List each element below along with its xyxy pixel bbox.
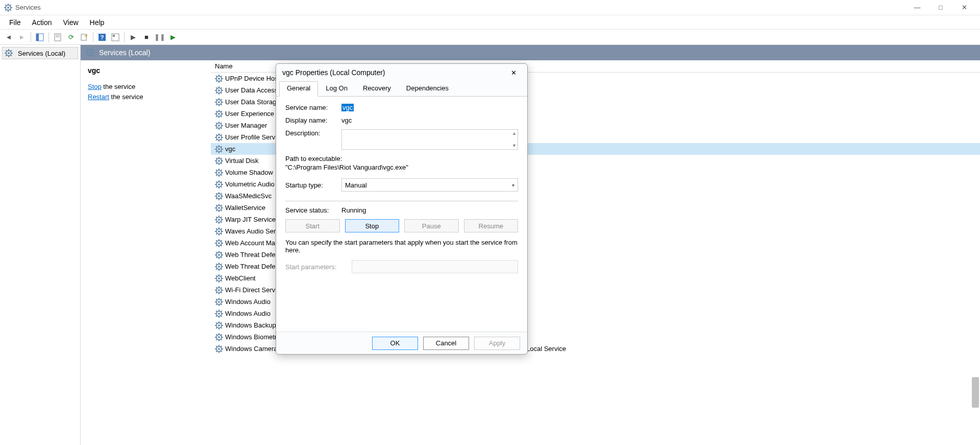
ok-button[interactable]: OK (372, 337, 418, 350)
gear-icon (215, 157, 223, 165)
divider (285, 201, 518, 201)
tab-general[interactable]: General (279, 81, 318, 97)
back-button[interactable]: ◄ (3, 32, 14, 43)
label-startup-type: Startup type: (285, 181, 341, 189)
right-pane: Services (Local) vgc Stop the service Re… (81, 45, 980, 445)
svg-rect-19 (113, 35, 115, 37)
dialog-body: Service name: vgc Display name: vgc Desc… (276, 97, 527, 332)
menu-action[interactable]: Action (27, 17, 57, 28)
stop-suffix: the service (102, 83, 135, 90)
start-service-button[interactable]: ▶ (128, 32, 139, 43)
gear-icon (215, 75, 223, 83)
value-display-name: vgc (341, 116, 352, 124)
stop-button[interactable]: Stop (345, 219, 400, 232)
description-box[interactable]: ▲ ▼ (341, 129, 518, 150)
export-button[interactable] (79, 32, 90, 43)
start-params-input (352, 260, 518, 273)
gear-icon (215, 333, 223, 341)
show-console-button[interactable] (110, 32, 121, 43)
gear-icon (215, 227, 223, 236)
tab-logon[interactable]: Log On (318, 81, 355, 96)
app-icon (4, 4, 12, 12)
scroll-up-icon[interactable]: ▲ (512, 131, 517, 136)
svg-rect-11 (36, 34, 39, 41)
gear-icon (215, 345, 223, 353)
gear-icon (215, 86, 223, 95)
label-display-name: Display name: (285, 116, 341, 124)
minimize-button[interactable]: — (905, 0, 929, 15)
help-button[interactable]: ? (96, 32, 108, 43)
svg-rect-12 (55, 34, 61, 41)
start-button[interactable]: Start (285, 219, 340, 232)
forward-button[interactable]: ► (16, 32, 28, 43)
tab-recovery[interactable]: Recovery (355, 81, 399, 96)
gear-icon (215, 133, 223, 142)
tab-dependencies[interactable]: Dependencies (399, 81, 456, 96)
restart-suffix: the service (109, 93, 143, 101)
apply-button[interactable]: Apply (474, 337, 520, 350)
menu-file[interactable]: File (4, 17, 26, 28)
menu-view[interactable]: View (58, 17, 83, 28)
maximize-button[interactable]: □ (929, 0, 952, 15)
tree-root[interactable]: Services (Local) (2, 47, 78, 59)
gear-icon (215, 169, 223, 177)
pane-header-label: Services (Local) (99, 49, 150, 57)
scrollbar-thumb[interactable] (972, 377, 979, 408)
restart-service-button[interactable]: ▶ (167, 32, 179, 43)
tree-pane: Services (Local) (0, 45, 81, 445)
gear-icon (215, 274, 223, 283)
svg-rect-15 (81, 34, 86, 40)
restart-link[interactable]: Restart (88, 93, 109, 101)
window-title: Services (15, 4, 41, 11)
gear-icon (215, 216, 223, 224)
gear-icon (215, 321, 223, 330)
gear-icon (215, 263, 223, 271)
gear-icon (86, 48, 95, 57)
startup-type-select[interactable]: Manual ▾ (341, 178, 518, 192)
dialog-title: vgc Properties (Local Computer) (282, 68, 506, 77)
pause-button[interactable]: Pause (404, 219, 459, 232)
gear-icon (5, 49, 13, 57)
titlebar: Services — □ ✕ (0, 0, 980, 15)
scroll-down-icon[interactable]: ▼ (512, 143, 517, 148)
dialog-close-button[interactable]: ✕ (506, 66, 521, 79)
resume-button[interactable]: Resume (464, 219, 519, 232)
label-description: Description: (285, 129, 341, 137)
menu-help[interactable]: Help (85, 17, 110, 28)
gear-icon (215, 204, 223, 212)
refresh-button[interactable]: ⟳ (65, 32, 77, 43)
startup-type-value: Manual (345, 181, 367, 189)
pane-header: Services (Local) (81, 45, 980, 60)
cancel-button[interactable]: Cancel (423, 337, 469, 350)
properties-dialog: vgc Properties (Local Computer) ✕ Genera… (276, 63, 528, 355)
svg-text:?: ? (101, 34, 104, 40)
value-path: "C:\Program Files\Riot Vanguard\vgc.exe" (285, 163, 518, 171)
gear-icon (215, 98, 223, 106)
gear-icon (215, 286, 223, 294)
gear-icon (215, 298, 223, 306)
dialog-footer: OK Cancel Apply (276, 332, 527, 354)
gear-icon (215, 251, 223, 259)
toolbar: ◄ ► ⟳ ? ▶ ■ ❚❚ ▶ (0, 30, 980, 45)
value-service-status: Running (341, 206, 366, 214)
stop-service-button[interactable]: ■ (141, 32, 152, 43)
show-hide-tree-button[interactable] (34, 32, 45, 43)
label-path: Path to executable: (285, 155, 518, 162)
gear-icon (215, 145, 223, 153)
start-params-note: You can specify the start parameters tha… (285, 239, 518, 254)
service-logon: Local Service (526, 345, 577, 353)
stop-link[interactable]: Stop (88, 83, 102, 90)
close-button[interactable]: ✕ (952, 0, 976, 15)
label-start-params: Start parameters: (285, 263, 352, 271)
pause-service-button[interactable]: ❚❚ (154, 32, 165, 43)
selected-service-name: vgc (88, 66, 204, 75)
detail-column: vgc Stop the service Restart the service (81, 60, 211, 445)
gear-icon (215, 180, 223, 189)
value-service-name[interactable]: vgc (341, 104, 354, 111)
properties-button[interactable] (52, 32, 63, 43)
menubar: File Action View Help (0, 15, 980, 30)
gear-icon (215, 192, 223, 200)
label-service-name: Service name: (285, 104, 341, 111)
dialog-titlebar: vgc Properties (Local Computer) ✕ (276, 64, 527, 81)
gear-icon (215, 110, 223, 118)
